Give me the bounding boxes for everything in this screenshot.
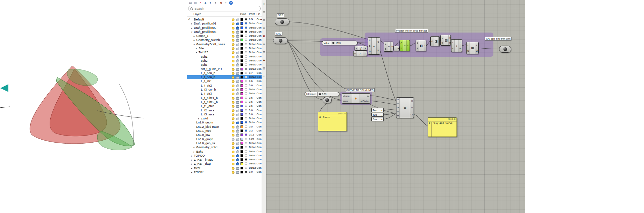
layer-visibility-bulb[interactable] xyxy=(232,171,234,174)
layer-row-L_t_str1[interactable]: L_t_str10.6Con xyxy=(187,79,262,83)
value-list-3[interactable]: Four▾ xyxy=(371,117,384,121)
port-S[interactable]: S xyxy=(407,45,409,47)
layer-color-swatch[interactable] xyxy=(240,39,243,41)
layer-lock-icon[interactable] xyxy=(236,60,239,62)
layer-color-swatch[interactable] xyxy=(240,43,243,46)
layer-row-Bake[interactable]: ▸BakeDefacCon xyxy=(187,150,262,154)
layer-material-dot[interactable] xyxy=(245,150,247,153)
port-F[interactable]: F xyxy=(365,47,366,49)
port-C[interactable]: C xyxy=(377,41,379,43)
layer-row-Ln2.2_blod-trace[interactable]: Ln2.2_blod-trace0.5Con xyxy=(187,125,262,129)
layer-row-L_t_tube2_b[interactable]: L_t_tube2_b0.6Con xyxy=(187,100,262,104)
layer-color-swatch[interactable] xyxy=(240,63,243,66)
port-L[interactable]: L xyxy=(460,42,461,44)
layer-visibility-bulb[interactable] xyxy=(232,18,234,21)
port-x[interactable]: x xyxy=(356,47,357,49)
layer-material-dot[interactable] xyxy=(245,117,247,119)
port-F[interactable]: F xyxy=(365,53,366,55)
rhino-viewport[interactable] xyxy=(0,0,187,213)
layer-lock-icon[interactable] xyxy=(236,126,239,128)
layer-visibility-bulb[interactable] xyxy=(232,27,234,30)
layer-row-Geometry_solid[interactable]: ▸Geometry_solidDefacCon xyxy=(187,145,262,149)
port-M[interactable]: M xyxy=(397,115,399,117)
port-H[interactable]: H xyxy=(411,100,413,102)
layer-material-dot[interactable] xyxy=(245,63,247,66)
layer-lock-icon[interactable] xyxy=(236,110,239,112)
layer-color-swatch[interactable] xyxy=(240,97,243,99)
layer-material-dot[interactable] xyxy=(245,18,247,20)
layer-lock-icon[interactable] xyxy=(236,56,239,58)
layer-color-swatch[interactable] xyxy=(240,117,243,120)
layer-row-Draft_pavillion02[interactable]: ▸Draft_pavillion02DefacCon xyxy=(187,26,262,30)
layer-material-dot[interactable] xyxy=(245,129,247,132)
expression-x-component[interactable]: xƒF xyxy=(355,46,367,51)
layer-color-swatch[interactable] xyxy=(240,84,243,87)
layer-row-L_t_peri_h[interactable]: L_t_peri_hDefacCon xyxy=(187,75,262,79)
layer-row-Default[interactable]: ✓Default0.5Con xyxy=(187,17,262,21)
layer-material-dot[interactable] xyxy=(245,121,247,123)
srf-param[interactable] xyxy=(275,18,289,25)
list-icon[interactable]: ≡ xyxy=(223,1,228,5)
layer-color-swatch[interactable] xyxy=(240,158,243,161)
polyline-builder-component[interactable]: PlDPrRM▦HOCp xyxy=(396,97,414,118)
layer-material-dot[interactable] xyxy=(245,43,247,45)
layer-color-swatch[interactable] xyxy=(240,76,243,78)
merge-param[interactable] xyxy=(323,97,332,103)
layer-material-dot[interactable] xyxy=(245,146,247,148)
dropdown-arrow-icon[interactable]: ▾ xyxy=(381,118,382,120)
dropdown-arrow-icon[interactable]: ▾ xyxy=(381,109,382,111)
port-Pl[interactable]: Pl xyxy=(397,99,399,101)
trim-result-param[interactable] xyxy=(499,46,511,53)
layer-material-dot[interactable] xyxy=(245,105,247,107)
layer-color-swatch[interactable] xyxy=(240,31,243,33)
layer-material-dot[interactable] xyxy=(245,97,247,99)
port-out[interactable]: out xyxy=(367,95,369,97)
weave-component[interactable]: LN▦LW xyxy=(466,42,479,54)
layer-lock-icon[interactable] xyxy=(236,151,239,153)
layer-visibility-bulb[interactable] xyxy=(232,151,234,153)
layer-color-swatch[interactable] xyxy=(240,113,243,116)
layer-color-swatch[interactable] xyxy=(240,138,243,141)
port-W[interactable]: W xyxy=(460,48,462,50)
layer-color-swatch[interactable] xyxy=(240,80,243,83)
port-Pr[interactable]: Pr xyxy=(397,107,399,109)
layer-visibility-bulb[interactable] xyxy=(232,155,234,157)
port-C[interactable]: C xyxy=(369,39,370,41)
port-C[interactable]: C xyxy=(431,40,433,42)
layer-row-Z_REF_image[interactable]: ▸Z_REF_imageDefacCon xyxy=(187,158,262,162)
layer-lock-icon[interactable] xyxy=(236,167,239,170)
delete-layer-icon[interactable]: × xyxy=(198,1,203,5)
layer-color-swatch[interactable] xyxy=(240,18,243,21)
notes-tab[interactable]: ▧ xyxy=(262,50,266,54)
web-tab[interactable]: ◇ xyxy=(262,74,266,78)
shatter-component[interactable]: CP◧C xyxy=(416,40,426,51)
layer-lock-icon[interactable] xyxy=(236,48,239,50)
port-P[interactable]: P xyxy=(417,47,418,49)
layer-material-dot[interactable] xyxy=(245,92,247,95)
layer-row-Draft_pavillion01[interactable]: ▸Draft_pavillion01DefacCon xyxy=(187,21,262,25)
layer-lock-icon[interactable] xyxy=(236,114,239,116)
layer-lock-icon[interactable] xyxy=(236,93,239,95)
layer-lock-icon[interactable] xyxy=(236,155,239,157)
layer-lock-icon[interactable] xyxy=(236,44,239,46)
layer-lock-icon[interactable] xyxy=(236,134,239,137)
join-component[interactable]: C◨L xyxy=(430,36,440,46)
layer-visibility-bulb[interactable] xyxy=(232,89,234,91)
layer-visibility-bulb[interactable] xyxy=(232,167,234,170)
layer-color-swatch[interactable] xyxy=(240,105,243,107)
layer-material-dot[interactable] xyxy=(245,51,247,53)
layer-row-ztest[interactable]: ▸ztestDefacCon xyxy=(187,166,262,170)
layer-row-Ln4.0_geo_ss[interactable]: Ln4.0_geo_ssDefacCon xyxy=(187,141,262,145)
layer-color-swatch[interactable] xyxy=(240,51,243,54)
layer-lock-icon[interactable] xyxy=(236,147,239,149)
layer-material-dot[interactable] xyxy=(245,138,247,140)
layer-color-swatch[interactable] xyxy=(240,171,243,173)
port-R[interactable]: R xyxy=(391,46,393,48)
filter-icon[interactable]: ▼ xyxy=(213,1,218,5)
flip-component[interactable]: LG▧KR xyxy=(440,35,451,46)
port-W[interactable]: W xyxy=(476,50,478,52)
expression-o-component[interactable]: OƒF xyxy=(353,51,367,56)
layers-tab[interactable]: ▤ xyxy=(262,10,266,14)
libraries-tab[interactable]: ◆ xyxy=(262,58,266,62)
layer-lock-icon[interactable] xyxy=(236,85,239,87)
